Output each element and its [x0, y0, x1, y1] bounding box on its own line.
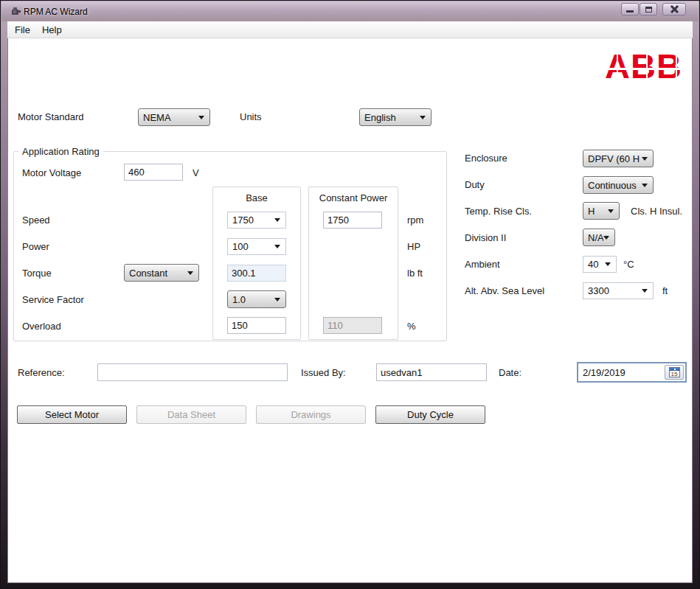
- application-rating-title: Application Rating: [18, 146, 103, 157]
- duty-select[interactable]: Continuous: [583, 176, 654, 194]
- menu-file[interactable]: File: [9, 23, 36, 37]
- motor-voltage-label: Motor Voltage: [22, 167, 81, 178]
- dropdown-arrow-icon: [605, 262, 611, 266]
- speed-constant-power-input[interactable]: [323, 212, 382, 229]
- dropdown-arrow-icon: [420, 116, 426, 119]
- dropdown-arrow-icon: [608, 209, 614, 213]
- close-button[interactable]: [662, 3, 686, 15]
- maximize-button[interactable]: [640, 3, 657, 15]
- dropdown-arrow-icon: [274, 245, 280, 248]
- division-select[interactable]: N/A: [583, 229, 615, 246]
- dropdown-arrow-icon: [603, 236, 609, 240]
- service-factor-label: Service Factor: [22, 294, 84, 305]
- enclosure-select[interactable]: DPFV (60 H: [583, 150, 654, 167]
- torque-unit: lb ft: [407, 268, 423, 279]
- altitude-label: Alt. Abv. Sea Level: [465, 285, 544, 296]
- dropdown-arrow-icon: [198, 116, 204, 119]
- speed-unit: rpm: [407, 215, 423, 226]
- window-title: RPM AC Wizard: [24, 7, 88, 17]
- abb-logo: ABB: [605, 50, 693, 83]
- reference-input[interactable]: [97, 363, 288, 381]
- units-label: Units: [240, 111, 262, 122]
- base-column-header: Base: [213, 187, 300, 203]
- temp-rise-select[interactable]: H: [583, 202, 620, 220]
- torque-base-input: [227, 265, 286, 282]
- data-sheet-button: Data Sheet: [136, 405, 246, 424]
- motor-voltage-input[interactable]: [124, 164, 183, 181]
- calendar-dropdown-button[interactable]: 15: [665, 365, 684, 380]
- division-label: Division II: [465, 232, 506, 243]
- date-value: 2/19/2019: [578, 367, 665, 378]
- motor-standard-select[interactable]: NEMA: [138, 108, 210, 126]
- altitude-select[interactable]: 3300: [583, 282, 654, 299]
- reference-label: Reference:: [18, 367, 65, 378]
- ambient-unit: °C: [623, 259, 634, 270]
- units-select[interactable]: English: [359, 108, 432, 126]
- menu-help[interactable]: Help: [36, 23, 68, 37]
- speed-label: Speed: [22, 215, 50, 226]
- duty-cycle-button[interactable]: Duty Cycle: [375, 405, 485, 424]
- overload-base-input[interactable]: [227, 317, 286, 334]
- maximize-icon: [645, 7, 652, 13]
- minimize-button[interactable]: [621, 3, 639, 15]
- drawings-button: Drawings: [256, 405, 366, 424]
- enclosure-label: Enclosure: [465, 153, 507, 164]
- power-base-select[interactable]: 100: [227, 238, 286, 255]
- dropdown-arrow-icon: [274, 298, 280, 302]
- dropdown-arrow-icon: [642, 157, 648, 161]
- dropdown-arrow-icon: [274, 218, 280, 222]
- overload-constant-power-input: [323, 317, 382, 334]
- speed-base-select[interactable]: 1750: [227, 212, 286, 229]
- minimize-icon: [626, 10, 634, 13]
- close-icon: [670, 5, 679, 13]
- ambient-label: Ambient: [465, 259, 500, 270]
- dropdown-arrow-icon: [642, 289, 648, 293]
- issued-by-input[interactable]: [376, 363, 487, 381]
- temp-rise-label: Temp. Rise Cls.: [465, 206, 532, 217]
- menu-bar: File Help: [7, 21, 693, 38]
- torque-mode-select[interactable]: Constant: [124, 264, 199, 282]
- app-icon: [10, 6, 21, 17]
- torque-label: Torque: [22, 268, 52, 279]
- dropdown-arrow-icon: [642, 184, 648, 187]
- duty-label: Duty: [465, 179, 485, 190]
- motor-voltage-unit: V: [193, 167, 199, 178]
- logo-stripe: [617, 50, 618, 83]
- select-motor-button[interactable]: Select Motor: [17, 405, 127, 424]
- logo-stripe: [646, 50, 648, 83]
- date-label: Date:: [499, 367, 521, 378]
- overload-label: Overload: [22, 321, 61, 332]
- service-factor-select[interactable]: 1.0: [227, 290, 286, 308]
- power-label: Power: [22, 241, 49, 252]
- titlebar: RPM AC Wizard: [1, 1, 699, 21]
- ambient-select[interactable]: 40: [583, 256, 617, 273]
- altitude-unit: ft: [662, 285, 668, 296]
- constant-power-column-header: Constant Power: [309, 187, 398, 203]
- overload-unit: %: [407, 321, 416, 332]
- motor-standard-label: Motor Standard: [18, 111, 84, 122]
- date-picker[interactable]: 2/19/2019 15: [577, 362, 687, 383]
- calendar-icon: 15: [669, 367, 680, 377]
- temp-rise-note: Cls. H Insul.: [631, 206, 682, 217]
- logo-stripe: [676, 50, 677, 83]
- dropdown-arrow-icon: [187, 271, 193, 275]
- power-unit: HP: [407, 241, 420, 252]
- issued-by-label: Issued By:: [301, 367, 346, 378]
